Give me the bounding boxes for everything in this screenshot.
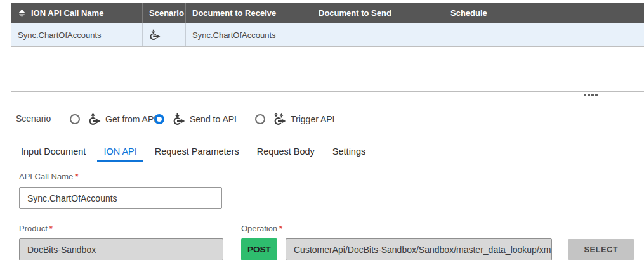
ion-api-configuration-page: ION API Call Name Scenario Document to R… [0,0,644,263]
label-text: API Call Name [19,172,73,181]
column-header-label: Scenario [149,8,184,18]
column-header-label: Document to Receive [192,8,276,18]
radio-option-trigger-api[interactable]: Trigger API [255,111,335,127]
send-to-api-icon [149,29,161,41]
required-asterisk: * [49,224,53,233]
tab-request-body[interactable]: Request Body [251,141,321,162]
required-asterisk: * [279,224,282,233]
operation-label: Operation* [241,224,282,233]
cell-schedule [444,23,644,46]
radio-option-label: Trigger API [291,114,335,124]
label-text: Operation [241,224,277,233]
api-call-name-input[interactable] [19,187,222,209]
column-header-label: ION API Call Name [31,8,103,18]
cell-document-to-receive: Sync.ChartOfAccounts [186,23,312,46]
column-header-ion-api-call-name[interactable]: ION API Call Name [11,3,143,23]
splitter-divider [11,91,644,92]
radio-option-get-from-api[interactable]: Get from API [70,111,156,127]
cell-document-to-send [312,23,444,46]
trigger-api-icon [273,113,286,125]
radio-option-label: Send to API [190,114,237,124]
cell-api-call-name: Sync.ChartOfAccounts [11,23,143,46]
scenario-group-label: Scenario [16,113,51,124]
select-operation-button[interactable]: SELECT [568,239,634,260]
radio-option-send-to-api[interactable]: Send to API [154,111,237,127]
column-header-label: Schedule [450,8,487,18]
operation-path-input-disabled: CustomerApi/DocBits-Sandbox/Sandbox/mast… [286,238,552,260]
table-header-row: ION API Call Name Scenario Document to R… [11,3,644,23]
api-call-name-label: API Call Name* [19,172,78,181]
api-calls-table: ION API Call Name Scenario Document to R… [11,3,644,47]
tab-request-parameters[interactable]: Request Parameters [148,141,246,162]
table-row[interactable]: Sync.ChartOfAccounts Sync.ChartOfAccount… [11,23,644,47]
get-from-api-icon [88,113,101,125]
column-header-schedule[interactable]: Schedule [444,3,644,23]
radio-button[interactable] [70,114,80,124]
radio-button[interactable] [255,114,265,124]
cell-scenario [143,23,186,46]
detail-tabs: Input Document ION API Request Parameter… [11,141,644,162]
http-method-post-badge: POST [241,238,277,260]
tab-input-document[interactable]: Input Document [15,141,92,162]
send-to-api-icon [173,113,185,125]
scenario-radio-group: Scenario Get from API Send to API Trigge… [0,111,644,127]
splitter-drag-handle-icon[interactable] [584,94,598,96]
product-label: Product* [19,224,53,233]
product-input-disabled: DocBits-Sandbox [19,238,223,260]
column-header-label: Document to Send [319,8,391,18]
radio-button-selected[interactable] [154,114,164,124]
column-header-scenario[interactable]: Scenario [143,3,186,23]
tab-ion-api[interactable]: ION API [97,141,143,162]
radio-option-label: Get from API [105,114,156,124]
tab-settings[interactable]: Settings [326,141,372,162]
column-header-document-to-receive[interactable]: Document to Receive [186,3,312,23]
required-asterisk: * [75,172,78,181]
column-header-document-to-send[interactable]: Document to Send [312,3,444,23]
sort-icon[interactable] [18,8,26,18]
label-text: Product [19,224,48,233]
